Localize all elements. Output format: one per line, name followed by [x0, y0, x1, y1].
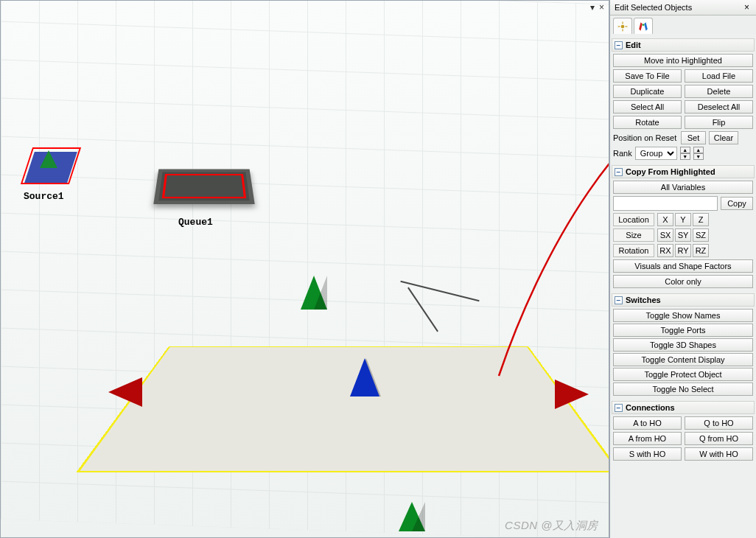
visuals-button[interactable]: Visuals and Shape Factors — [613, 259, 753, 273]
queue-object[interactable] — [153, 169, 255, 204]
delete-button[interactable]: Delete — [685, 85, 753, 98]
copy-variable-select[interactable] — [613, 196, 718, 211]
cone-blue-center[interactable] — [350, 358, 379, 396]
collapse-icon[interactable]: − — [615, 296, 623, 304]
size-button[interactable]: Size — [613, 228, 654, 242]
svg-rect-8 — [643, 24, 644, 25]
rank-label: Rank — [613, 149, 632, 158]
collapse-icon[interactable]: − — [615, 41, 623, 49]
clear-button[interactable]: Clear — [709, 131, 738, 144]
processor-object[interactable] — [76, 346, 609, 473]
select-all-button[interactable]: Select All — [613, 100, 682, 113]
s-with-ho-button[interactable]: S with HO — [613, 447, 682, 461]
copy-button[interactable]: Copy — [721, 197, 753, 210]
flip-button[interactable]: Flip — [685, 116, 753, 129]
panel-tabstrip — [610, 15, 756, 34]
panel-title-bar: Edit Selected Objects × — [610, 0, 756, 15]
deselect-all-button[interactable]: Deselect All — [685, 100, 753, 113]
section-connections-header[interactable]: − Connections — [612, 401, 755, 414]
collapse-icon[interactable]: − — [615, 168, 623, 176]
viewport-pin-icon[interactable]: ▾ — [590, 2, 595, 13]
source-label: Source1 — [24, 191, 64, 202]
set-button[interactable]: Set — [681, 131, 706, 144]
position-on-reset-label: Position on Reset — [613, 133, 678, 142]
svg-marker-7 — [644, 22, 648, 31]
rank-select[interactable]: Group — [635, 147, 677, 160]
section-copy-header[interactable]: − Copy From Highlighted — [612, 165, 755, 178]
toggle-ports-button[interactable]: Toggle Ports — [613, 324, 753, 337]
collapse-icon[interactable]: − — [615, 404, 623, 412]
sy-button[interactable]: SY — [675, 228, 691, 242]
svg-rect-5 — [626, 26, 628, 27]
color-only-button[interactable]: Color only — [613, 275, 753, 288]
tab-settings[interactable] — [613, 18, 632, 34]
a-to-ho-button[interactable]: A to HO — [613, 416, 682, 430]
svg-rect-4 — [618, 26, 620, 27]
y-button[interactable]: Y — [675, 213, 691, 226]
svg-rect-2 — [622, 21, 623, 24]
toggle-show-names-button[interactable]: Toggle Show Names — [613, 309, 753, 322]
q-from-ho-button[interactable]: Q from HO — [685, 432, 753, 445]
panel-close-icon[interactable]: × — [742, 2, 752, 13]
source-object[interactable] — [29, 152, 72, 183]
section-edit-header[interactable]: − Edit — [612, 38, 755, 52]
toggle-3d-shapes-button[interactable]: Toggle 3D Shapes — [613, 338, 753, 352]
w-with-ho-button[interactable]: W with HO — [685, 447, 753, 461]
tab-tools[interactable] — [634, 18, 653, 34]
toggle-no-select-button[interactable]: Toggle No Select — [613, 382, 753, 396]
rotate-button[interactable]: Rotate — [613, 116, 682, 129]
cone-red-right[interactable] — [555, 380, 589, 409]
section-switches-header[interactable]: − Switches — [612, 293, 755, 307]
svg-rect-3 — [622, 29, 623, 31]
svg-point-1 — [621, 24, 625, 28]
svg-marker-6 — [639, 22, 643, 31]
edit-side-panel: Edit Selected Objects × − Edit Move into… — [609, 0, 756, 538]
rank-spinner-2[interactable]: ▲▼ — [693, 147, 704, 160]
cone-green-top[interactable] — [301, 276, 327, 310]
rotation-button[interactable]: Rotation — [613, 244, 654, 257]
sx-button[interactable]: SX — [657, 228, 673, 242]
rx-button[interactable]: RX — [657, 244, 673, 257]
watermark: CSDN @又入洞房 — [505, 519, 598, 533]
ry-button[interactable]: RY — [675, 244, 691, 257]
queue-label: Queue1 — [178, 217, 213, 228]
x-button[interactable]: X — [657, 213, 673, 226]
location-button[interactable]: Location — [613, 213, 654, 226]
viewport-close-icon[interactable]: × — [599, 2, 604, 13]
panel-title: Edit Selected Objects — [615, 3, 692, 12]
move-into-highlighted-button[interactable]: Move into Highlighted — [613, 54, 753, 67]
all-variables-button[interactable]: All Variables — [613, 181, 753, 194]
a-from-ho-button[interactable]: A from HO — [613, 432, 682, 445]
tools-icon — [638, 21, 648, 32]
rz-button[interactable]: RZ — [693, 244, 709, 257]
cone-green-bottom[interactable] — [399, 502, 425, 531]
gear-icon — [617, 21, 628, 32]
load-file-button[interactable]: Load File — [685, 69, 753, 83]
3d-viewport[interactable]: ▾ × Source1 Queue1 CSDN @又入洞房 — [0, 0, 609, 538]
rank-spinner-1[interactable]: ▲▼ — [680, 147, 690, 160]
cone-red-left[interactable] — [108, 377, 142, 407]
q-to-ho-button[interactable]: Q to HO — [685, 416, 753, 430]
toggle-protect-object-button[interactable]: Toggle Protect Object — [613, 368, 753, 381]
duplicate-button[interactable]: Duplicate — [613, 85, 682, 98]
sz-button[interactable]: SZ — [693, 228, 709, 242]
toggle-content-display-button[interactable]: Toggle Content Display — [613, 353, 753, 366]
z-button[interactable]: Z — [693, 213, 709, 226]
save-to-file-button[interactable]: Save To File — [613, 69, 682, 83]
